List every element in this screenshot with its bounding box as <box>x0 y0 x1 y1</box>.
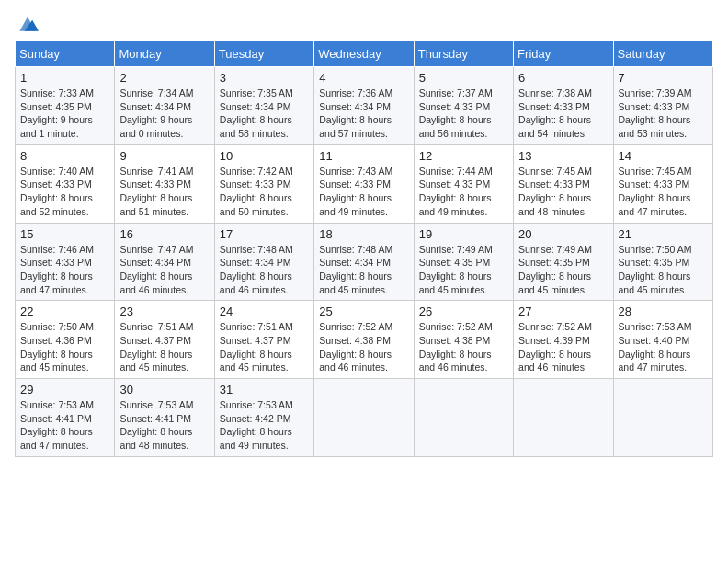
calendar-cell <box>314 379 414 457</box>
day-info: Sunrise: 7:46 AMSunset: 4:33 PMDaylight:… <box>20 243 109 297</box>
day-number: 28 <box>619 304 708 318</box>
day-number: 17 <box>220 227 309 241</box>
day-info: Sunrise: 7:36 AMSunset: 4:34 PMDaylight:… <box>319 86 408 141</box>
calendar-cell: 13Sunrise: 7:45 AMSunset: 4:33 PMDayligh… <box>514 144 613 223</box>
day-info: Sunrise: 7:50 AMSunset: 4:36 PMDaylight:… <box>20 320 109 374</box>
calendar-cell: 5Sunrise: 7:37 AMSunset: 4:33 PMDaylight… <box>414 67 513 145</box>
calendar-week-row: 8Sunrise: 7:40 AMSunset: 4:33 PMDaylight… <box>16 144 713 223</box>
day-number: 20 <box>518 227 608 241</box>
day-info: Sunrise: 7:53 AMSunset: 4:41 PMDaylight:… <box>119 398 209 453</box>
calendar-cell: 11Sunrise: 7:43 AMSunset: 4:33 PMDayligh… <box>314 144 414 223</box>
day-info: Sunrise: 7:41 AMSunset: 4:33 PMDaylight:… <box>119 165 209 219</box>
day-number: 26 <box>419 304 508 318</box>
calendar-table: SundayMondayTuesdayWednesdayThursdayFrid… <box>15 40 713 457</box>
day-info: Sunrise: 7:45 AMSunset: 4:33 PMDaylight:… <box>619 165 708 219</box>
calendar-cell: 4Sunrise: 7:36 AMSunset: 4:34 PMDaylight… <box>314 67 414 145</box>
calendar-cell: 7Sunrise: 7:39 AMSunset: 4:33 PMDaylight… <box>613 67 712 145</box>
calendar-cell: 28Sunrise: 7:53 AMSunset: 4:40 PMDayligh… <box>613 301 712 379</box>
day-number: 29 <box>20 383 109 396</box>
day-info: Sunrise: 7:51 AMSunset: 4:37 PMDaylight:… <box>220 320 309 374</box>
calendar-cell: 24Sunrise: 7:51 AMSunset: 4:37 PMDayligh… <box>214 301 313 379</box>
day-info: Sunrise: 7:52 AMSunset: 4:38 PMDaylight:… <box>319 320 408 374</box>
calendar-cell <box>414 379 513 457</box>
calendar-cell: 15Sunrise: 7:46 AMSunset: 4:33 PMDayligh… <box>16 223 115 301</box>
calendar-cell: 18Sunrise: 7:48 AMSunset: 4:34 PMDayligh… <box>314 223 414 301</box>
day-number: 10 <box>220 149 309 163</box>
day-of-week-header: Wednesday <box>314 41 414 67</box>
day-info: Sunrise: 7:33 AMSunset: 4:35 PMDaylight:… <box>20 86 109 141</box>
day-of-week-header: Monday <box>115 41 214 67</box>
day-number: 9 <box>119 149 209 163</box>
day-number: 23 <box>119 304 209 318</box>
day-info: Sunrise: 7:53 AMSunset: 4:40 PMDaylight:… <box>619 320 708 374</box>
day-number: 11 <box>319 149 408 163</box>
day-of-week-header: Thursday <box>414 41 513 67</box>
calendar-cell <box>514 379 613 457</box>
calendar-cell <box>613 379 712 457</box>
calendar-cell: 30Sunrise: 7:53 AMSunset: 4:41 PMDayligh… <box>115 379 214 457</box>
day-number: 27 <box>518 304 608 318</box>
day-of-week-header: Friday <box>514 41 613 67</box>
calendar-header-row: SundayMondayTuesdayWednesdayThursdayFrid… <box>16 41 713 67</box>
day-number: 4 <box>319 71 408 85</box>
day-info: Sunrise: 7:39 AMSunset: 4:33 PMDaylight:… <box>619 86 708 141</box>
day-number: 18 <box>319 227 408 241</box>
day-info: Sunrise: 7:42 AMSunset: 4:33 PMDaylight:… <box>220 165 309 219</box>
calendar-cell: 2Sunrise: 7:34 AMSunset: 4:34 PMDaylight… <box>115 67 214 145</box>
calendar-cell: 19Sunrise: 7:49 AMSunset: 4:35 PMDayligh… <box>414 223 513 301</box>
calendar-cell: 20Sunrise: 7:49 AMSunset: 4:35 PMDayligh… <box>514 223 613 301</box>
day-number: 19 <box>419 227 508 241</box>
day-info: Sunrise: 7:52 AMSunset: 4:39 PMDaylight:… <box>518 320 608 374</box>
calendar-cell: 8Sunrise: 7:40 AMSunset: 4:33 PMDaylight… <box>16 144 115 223</box>
calendar-cell: 29Sunrise: 7:53 AMSunset: 4:41 PMDayligh… <box>16 379 115 457</box>
calendar-cell: 25Sunrise: 7:52 AMSunset: 4:38 PMDayligh… <box>314 301 414 379</box>
day-info: Sunrise: 7:48 AMSunset: 4:34 PMDaylight:… <box>319 243 408 297</box>
day-info: Sunrise: 7:45 AMSunset: 4:33 PMDaylight:… <box>518 165 608 219</box>
calendar-cell: 10Sunrise: 7:42 AMSunset: 4:33 PMDayligh… <box>214 144 313 223</box>
calendar-cell: 1Sunrise: 7:33 AMSunset: 4:35 PMDaylight… <box>16 67 115 145</box>
calendar-cell: 16Sunrise: 7:47 AMSunset: 4:34 PMDayligh… <box>115 223 214 301</box>
calendar-cell: 22Sunrise: 7:50 AMSunset: 4:36 PMDayligh… <box>16 301 115 379</box>
day-info: Sunrise: 7:34 AMSunset: 4:34 PMDaylight:… <box>119 86 209 141</box>
day-number: 7 <box>619 71 708 85</box>
calendar-week-row: 1Sunrise: 7:33 AMSunset: 4:35 PMDaylight… <box>16 67 713 145</box>
day-info: Sunrise: 7:52 AMSunset: 4:38 PMDaylight:… <box>419 320 508 374</box>
day-of-week-header: Sunday <box>16 41 115 67</box>
day-info: Sunrise: 7:53 AMSunset: 4:42 PMDaylight:… <box>220 398 309 453</box>
day-info: Sunrise: 7:53 AMSunset: 4:41 PMDaylight:… <box>20 398 109 453</box>
calendar-week-row: 22Sunrise: 7:50 AMSunset: 4:36 PMDayligh… <box>16 301 713 379</box>
day-info: Sunrise: 7:40 AMSunset: 4:33 PMDaylight:… <box>20 165 109 219</box>
day-number: 2 <box>119 71 209 85</box>
day-number: 12 <box>419 149 508 163</box>
day-of-week-header: Saturday <box>613 41 712 67</box>
day-number: 24 <box>220 304 309 318</box>
day-number: 16 <box>119 227 209 241</box>
calendar-cell: 31Sunrise: 7:53 AMSunset: 4:42 PMDayligh… <box>214 379 313 457</box>
calendar-cell: 6Sunrise: 7:38 AMSunset: 4:33 PMDaylight… <box>514 67 613 145</box>
calendar-cell: 26Sunrise: 7:52 AMSunset: 4:38 PMDayligh… <box>414 301 513 379</box>
day-number: 21 <box>619 227 708 241</box>
day-number: 25 <box>319 304 408 318</box>
calendar-cell: 12Sunrise: 7:44 AMSunset: 4:33 PMDayligh… <box>414 144 513 223</box>
day-number: 31 <box>220 383 309 396</box>
calendar-cell: 23Sunrise: 7:51 AMSunset: 4:37 PMDayligh… <box>115 301 214 379</box>
day-number: 5 <box>419 71 508 85</box>
day-info: Sunrise: 7:43 AMSunset: 4:33 PMDaylight:… <box>319 165 408 219</box>
logo <box>15 15 39 29</box>
day-number: 22 <box>20 304 109 318</box>
day-of-week-header: Tuesday <box>214 41 313 67</box>
day-info: Sunrise: 7:48 AMSunset: 4:34 PMDaylight:… <box>220 243 309 297</box>
day-number: 1 <box>20 71 109 85</box>
day-info: Sunrise: 7:38 AMSunset: 4:33 PMDaylight:… <box>518 86 608 141</box>
day-info: Sunrise: 7:50 AMSunset: 4:35 PMDaylight:… <box>619 243 708 297</box>
calendar-cell: 27Sunrise: 7:52 AMSunset: 4:39 PMDayligh… <box>514 301 613 379</box>
day-info: Sunrise: 7:47 AMSunset: 4:34 PMDaylight:… <box>119 243 209 297</box>
logo-icon <box>17 15 39 33</box>
calendar-cell: 9Sunrise: 7:41 AMSunset: 4:33 PMDaylight… <box>115 144 214 223</box>
day-info: Sunrise: 7:44 AMSunset: 4:33 PMDaylight:… <box>419 165 508 219</box>
day-number: 8 <box>20 149 109 163</box>
day-number: 14 <box>619 149 708 163</box>
day-number: 3 <box>220 71 309 85</box>
day-number: 6 <box>518 71 608 85</box>
day-info: Sunrise: 7:35 AMSunset: 4:34 PMDaylight:… <box>220 86 309 141</box>
